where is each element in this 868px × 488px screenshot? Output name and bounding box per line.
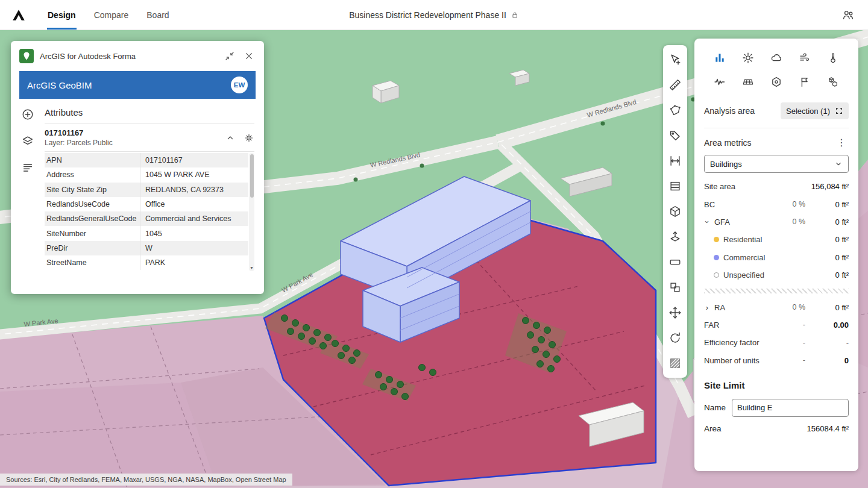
- attribute-value: 1045: [140, 226, 248, 240]
- cloud-icon[interactable]: [767, 49, 785, 66]
- attribute-row[interactable]: Site City State ZipREDLANDS, CA 92373: [45, 183, 248, 197]
- site-limit-heading: Site Limit: [704, 380, 849, 390]
- polygon-select-icon[interactable]: [667, 102, 683, 118]
- attribute-row[interactable]: RedlandsGeneralUseCodeCommercial and Ser…: [45, 211, 248, 226]
- metrics-list: Site area156,084 ft²BC0 %0 ft²›GFA0 %0 f…: [704, 178, 849, 369]
- metric-row-ra[interactable]: ›RA0 %0 ft²: [704, 298, 849, 316]
- more-options-icon[interactable]: ⋮: [834, 137, 849, 148]
- scroll-down-icon[interactable]: ▼: [249, 264, 254, 271]
- attribute-row[interactable]: Address1045 W PARK AVE: [45, 167, 248, 182]
- analysis-panel: Analysis area Selection (1) Area metrics…: [694, 39, 858, 471]
- area-label: Area: [704, 424, 737, 433]
- feature-layer: Layer: Parcels Public: [45, 139, 225, 147]
- metric-percent: -: [775, 321, 805, 329]
- attribute-list-icon[interactable]: [20, 160, 35, 175]
- metric-label: RA: [714, 303, 725, 312]
- selection-button-label: Selection (1): [786, 107, 830, 116]
- collapse-icon[interactable]: [223, 49, 236, 63]
- metric-label: Unspecified: [723, 271, 764, 280]
- chevron-down-icon[interactable]: ›: [703, 219, 711, 225]
- metric-percent: -: [775, 339, 805, 347]
- levels-icon[interactable]: [667, 178, 683, 194]
- user-avatar[interactable]: EW: [231, 77, 248, 93]
- attributes-table[interactable]: APN017101167Address1045 W PARK AVESite C…: [45, 153, 254, 271]
- metric-row-far: FAR-0.00: [704, 316, 849, 334]
- name-input[interactable]: [732, 399, 849, 417]
- noise-icon[interactable]: [711, 74, 729, 90]
- metric-label: Commercial: [723, 253, 765, 262]
- terrain-icon[interactable]: [667, 355, 683, 371]
- solar-panel-icon[interactable]: [739, 74, 757, 90]
- metric-row-commercial: Commercial0 ft²: [704, 249, 849, 266]
- divider: [704, 128, 849, 128]
- attribute-row[interactable]: APN017101167: [45, 153, 248, 167]
- close-icon[interactable]: [242, 49, 256, 63]
- feature-id: 017101167: [45, 128, 225, 137]
- metric-value: 0 ft²: [805, 200, 849, 209]
- attribute-key: Address: [45, 170, 140, 179]
- scrollbar-thumb[interactable]: [250, 154, 254, 198]
- cubes-icon[interactable]: [824, 74, 842, 90]
- arcgis-panel: ArcGIS for Autodesk Forma ArcGIS GeoBIM …: [11, 41, 264, 294]
- metric-label: Site area: [704, 182, 735, 191]
- name-label: Name: [704, 403, 732, 412]
- hexagon-icon[interactable]: [767, 74, 785, 90]
- metric-value: 0 ft²: [805, 235, 849, 244]
- metrics-icon[interactable]: [711, 49, 729, 66]
- chevron-up-icon[interactable]: [225, 133, 235, 143]
- rotate-icon[interactable]: [667, 330, 683, 346]
- attribute-key: APN: [45, 156, 140, 164]
- tag-icon[interactable]: [667, 128, 683, 143]
- move-icon[interactable]: [667, 305, 683, 321]
- selection-button[interactable]: Selection (1): [781, 102, 849, 119]
- autodesk-logo: [11, 7, 27, 23]
- group-icon[interactable]: [667, 280, 683, 295]
- cube-icon[interactable]: [667, 204, 683, 219]
- map-toolbar: [663, 45, 687, 378]
- chevron-right-icon[interactable]: ›: [704, 304, 710, 311]
- collaborators-icon[interactable]: [841, 8, 855, 22]
- dimension-icon[interactable]: [667, 153, 683, 169]
- attribute-value: PARK: [140, 255, 248, 270]
- tab-design[interactable]: Design: [39, 0, 85, 30]
- metric-row-number-of-units: Number of units-0: [704, 352, 849, 369]
- category-dot: [714, 237, 719, 242]
- project-title-text: Business District Redevelopment Phase II: [349, 10, 506, 20]
- metric-row-bc: BC0 %0 ft²: [704, 195, 849, 213]
- attribute-row[interactable]: RedlandsUseCodeOffice: [45, 197, 248, 211]
- layers-icon[interactable]: [20, 134, 35, 148]
- attribute-value: REDLANDS, CA 92373: [140, 183, 248, 197]
- arcgis-panel-header: ArcGIS for Autodesk Forma: [11, 41, 264, 71]
- measure-icon[interactable]: [667, 77, 683, 93]
- attribute-key: StreetName: [45, 258, 140, 267]
- metric-row-efficiency-factor: Efficiency factor--: [704, 334, 849, 351]
- thermometer-icon[interactable]: [824, 49, 842, 66]
- attribute-key: Site City State Zip: [45, 186, 140, 194]
- metric-label: Residential: [723, 235, 762, 244]
- attribute-key: PreDir: [45, 244, 140, 252]
- zoom-to-icon[interactable]: [244, 133, 254, 143]
- attribute-row[interactable]: PreDirW: [45, 241, 248, 255]
- select-add-icon[interactable]: [667, 52, 683, 67]
- tab-board[interactable]: Board: [137, 0, 178, 30]
- extrude-icon[interactable]: [667, 229, 683, 245]
- map-attribution: Sources: Esri, City of Redlands, FEMA, M…: [0, 474, 292, 486]
- tab-compare[interactable]: Compare: [85, 0, 138, 30]
- arcgis-rail: [11, 99, 45, 294]
- category-dropdown[interactable]: Buildings: [704, 155, 849, 173]
- scrollbar[interactable]: ▼: [249, 153, 254, 271]
- feature-header: 017101167 Layer: Parcels Public: [45, 124, 254, 152]
- label-icon[interactable]: [667, 254, 683, 270]
- flag-icon[interactable]: [796, 74, 814, 90]
- metric-row-gfa[interactable]: ›GFA0 %0 ft²: [704, 213, 849, 231]
- sun-icon[interactable]: [739, 49, 757, 66]
- metric-value: 0 ft²: [805, 271, 849, 280]
- attribute-row[interactable]: StreetNamePARK: [45, 255, 248, 270]
- attribute-value: 017101167: [140, 153, 248, 167]
- wind-icon[interactable]: [796, 49, 814, 66]
- metrics-divider: [704, 289, 849, 293]
- add-layer-icon[interactable]: [20, 107, 35, 122]
- attribute-row[interactable]: SiteNumber1045: [45, 226, 248, 240]
- area-metrics-label: Area metrics: [704, 138, 752, 148]
- attribute-key: SiteNumber: [45, 230, 140, 238]
